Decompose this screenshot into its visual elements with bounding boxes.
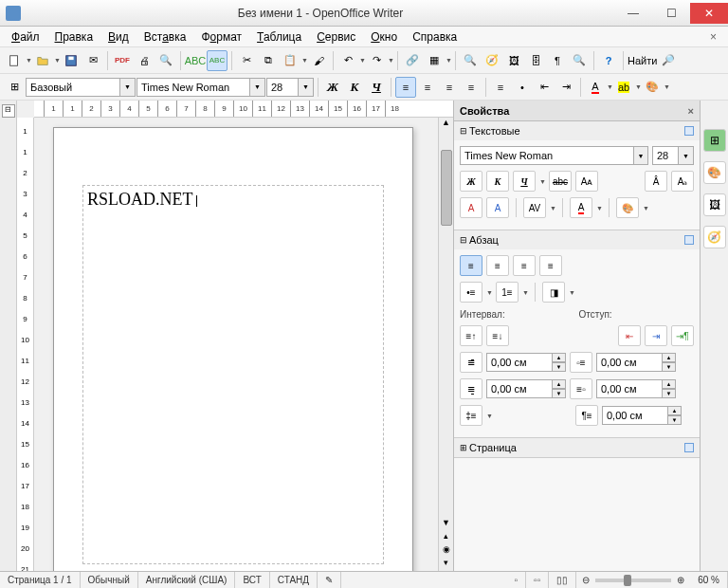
menu-table[interactable]: Таблица bbox=[249, 28, 309, 46]
sb-align-left[interactable]: ≡ bbox=[460, 255, 482, 276]
bold-button[interactable]: Ж bbox=[322, 77, 343, 98]
format-paint-button[interactable]: 🖌 bbox=[308, 50, 329, 71]
sb-linespacing[interactable]: ‡≡ bbox=[460, 405, 482, 426]
save-button[interactable] bbox=[61, 50, 82, 71]
style-combo[interactable]: ▼ bbox=[26, 78, 136, 97]
indent-inc-button[interactable]: ⇥ bbox=[555, 77, 576, 98]
sidebar-close-icon[interactable]: × bbox=[688, 105, 694, 117]
status-insert[interactable]: ВСТ bbox=[235, 572, 269, 588]
status-style[interactable]: Обычный bbox=[81, 572, 138, 588]
email-button[interactable]: ✉ bbox=[82, 50, 103, 71]
prev-page-icon[interactable]: ▴ bbox=[439, 531, 453, 544]
sb-align-justify[interactable]: ≡ bbox=[539, 255, 562, 276]
sb-shrink[interactable]: A bbox=[486, 197, 509, 218]
sidebar-font-combo[interactable]: ▼ bbox=[460, 146, 648, 165]
sb-bold[interactable]: Ж bbox=[460, 171, 482, 192]
document-text[interactable]: RSLOAD.NET bbox=[87, 190, 193, 209]
sb-space-below[interactable]: ▲▼ bbox=[486, 379, 566, 398]
status-page[interactable]: Страница 1 / 1 bbox=[0, 572, 81, 588]
status-view-multi[interactable]: ▫▫ bbox=[526, 572, 549, 588]
horizontal-ruler[interactable]: 1123456789101112131415161718 bbox=[34, 101, 453, 118]
bg-color-button[interactable]: 🎨 bbox=[642, 77, 663, 98]
sb-numbering[interactable]: 1≡ bbox=[496, 282, 519, 303]
menu-service[interactable]: Сервис bbox=[309, 28, 363, 46]
sb-highlight[interactable]: 🎨 bbox=[616, 197, 639, 218]
sb-left-icon[interactable]: ▫≡ bbox=[570, 352, 592, 373]
print-button[interactable]: 🖨 bbox=[134, 50, 155, 71]
navigator-button[interactable]: 🧭 bbox=[482, 50, 502, 71]
help-button[interactable]: ? bbox=[598, 50, 619, 71]
sb-indent-inc[interactable]: ⇥ bbox=[645, 325, 667, 346]
zoom-out-icon[interactable]: ⊖ bbox=[582, 575, 590, 585]
sb-super[interactable]: Â bbox=[645, 171, 667, 192]
close-button[interactable]: ✕ bbox=[690, 3, 728, 24]
sb-italic[interactable]: К bbox=[486, 171, 509, 192]
sb-strike[interactable]: abc bbox=[549, 171, 572, 192]
align-left-button[interactable]: ≡ bbox=[395, 77, 416, 98]
sb-below-icon[interactable]: ≡̱ bbox=[460, 378, 482, 399]
vertical-ruler[interactable]: 1123456789101112131415161718192021 bbox=[17, 118, 34, 571]
sb-indent-dec[interactable]: ⇤ bbox=[618, 325, 641, 346]
sb-bgcolor[interactable]: ◨ bbox=[542, 282, 565, 303]
tab-properties[interactable]: ⊞ bbox=[703, 129, 726, 152]
scroll-thumb[interactable] bbox=[441, 150, 452, 226]
nonprint-button[interactable]: ¶ bbox=[547, 50, 568, 71]
menu-file[interactable]: Файл bbox=[4, 28, 47, 46]
page-scroll-area[interactable]: RSLOAD.NET bbox=[34, 118, 438, 571]
minimize-button[interactable]: — bbox=[614, 3, 652, 24]
sb-grow[interactable]: A bbox=[460, 197, 482, 218]
status-view-book[interactable]: ▯▯ bbox=[549, 572, 576, 588]
autospell-button[interactable]: ABC bbox=[207, 50, 228, 71]
size-combo[interactable]: ▼ bbox=[266, 78, 314, 97]
status-view-single[interactable]: ▫ bbox=[507, 572, 527, 588]
find-label[interactable]: Найти bbox=[628, 55, 657, 66]
menu-help[interactable]: Справка bbox=[405, 28, 464, 46]
sb-align-center[interactable]: ≡ bbox=[486, 255, 509, 276]
sb-underline[interactable]: Ч bbox=[513, 171, 536, 192]
maximize-button[interactable]: ☐ bbox=[652, 3, 690, 24]
sb-indent-first[interactable]: ▲▼ bbox=[602, 406, 682, 425]
sb-fontcolor[interactable]: A bbox=[570, 197, 592, 218]
expand-icon[interactable] bbox=[684, 126, 694, 136]
gallery-button[interactable]: 🖼 bbox=[503, 50, 524, 71]
sb-space-dec[interactable]: ≡↓ bbox=[486, 325, 509, 346]
tab-gallery[interactable]: 🖼 bbox=[703, 193, 726, 216]
copy-button[interactable]: ⧉ bbox=[258, 50, 279, 71]
zoom-slider[interactable] bbox=[595, 579, 671, 582]
sidebar-size-combo[interactable]: ▼ bbox=[652, 146, 694, 165]
font-combo[interactable]: ▼ bbox=[136, 78, 265, 97]
sb-bullets[interactable]: •≡ bbox=[460, 282, 482, 303]
sb-first-icon[interactable]: ¶≡ bbox=[575, 405, 598, 426]
align-right-button[interactable]: ≡ bbox=[439, 77, 460, 98]
find-toggle[interactable]: 🔎 bbox=[658, 50, 679, 71]
open-button[interactable] bbox=[32, 50, 53, 71]
menu-window[interactable]: Окно bbox=[363, 28, 405, 46]
menu-close-doc[interactable]: × bbox=[702, 30, 724, 44]
nav-target-icon[interactable]: ◉ bbox=[439, 544, 453, 558]
status-sig[interactable]: ✎ bbox=[318, 572, 341, 588]
undo-button[interactable]: ↶ bbox=[337, 50, 358, 71]
align-justify-button[interactable]: ≡ bbox=[461, 77, 482, 98]
vertical-scrollbar[interactable]: ▲ ▼ ▴ ◉ ▾ bbox=[438, 118, 453, 571]
zoom-button[interactable]: 🔍 bbox=[569, 50, 590, 71]
text-frame[interactable]: RSLOAD.NET bbox=[82, 185, 384, 564]
sb-indent-left[interactable]: ▲▼ bbox=[596, 353, 676, 372]
underline-button[interactable]: Ч bbox=[366, 77, 387, 98]
sb-space-above[interactable]: ▲▼ bbox=[486, 353, 566, 372]
sb-above-icon[interactable]: ≡̄ bbox=[460, 352, 482, 373]
status-zoom[interactable]: 60 % bbox=[690, 572, 728, 588]
sb-sub[interactable]: Aₐ bbox=[671, 171, 694, 192]
numbering-button[interactable]: ≡ bbox=[490, 77, 511, 98]
sb-indent-right[interactable]: ▲▼ bbox=[596, 379, 676, 398]
table-button[interactable]: ▦ bbox=[424, 50, 445, 71]
new-button[interactable] bbox=[4, 50, 25, 71]
bullets-button[interactable]: • bbox=[512, 77, 533, 98]
preview-button[interactable]: 🔍 bbox=[155, 50, 176, 71]
indent-dec-button[interactable]: ⇤ bbox=[534, 77, 555, 98]
sb-align-right[interactable]: ≡ bbox=[513, 255, 536, 276]
find-replace-button[interactable]: 🔍 bbox=[460, 50, 481, 71]
italic-button[interactable]: К bbox=[344, 77, 365, 98]
font-color-button[interactable]: A bbox=[585, 77, 606, 98]
highlight-button[interactable]: ab bbox=[613, 77, 634, 98]
sb-firstline[interactable]: ⇥¶ bbox=[671, 325, 694, 346]
